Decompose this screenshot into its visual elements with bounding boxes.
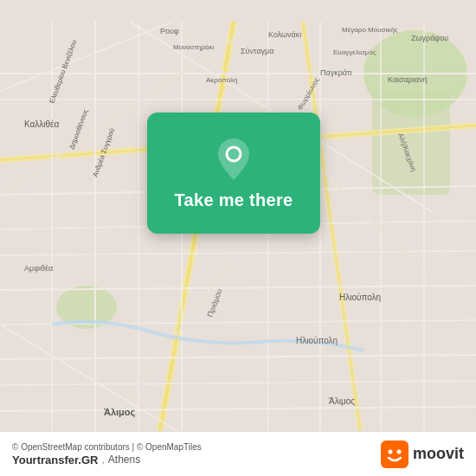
moovit-icon: [381, 441, 408, 468]
brand-name: Yourtransfer.GR: [12, 453, 98, 466]
svg-text:Ηλιούπολη: Ηλιούπολη: [339, 293, 381, 302]
svg-text:Άλιμος: Άλιμος: [104, 407, 136, 418]
brand-city: Athens: [108, 453, 140, 466]
svg-text:Ακρόπολη: Ακρόπολη: [206, 76, 237, 84]
svg-text:Κολωνάκι: Κολωνάκι: [268, 30, 301, 39]
map-container: Κολωνάκι Μέγαρο Μουσικής Ζωγράφου Ευαγγε…: [0, 0, 476, 476]
moovit-brand: moovit: [381, 441, 464, 468]
svg-text:Αμφιθέα: Αμφιθέα: [24, 264, 53, 273]
bottom-left-info: © OpenStreetMap contributors | © OpenMap…: [12, 442, 202, 466]
svg-text:Καισαριανή: Καισαριανή: [388, 75, 428, 84]
svg-text:Ευαγγελισμός: Ευαγγελισμός: [333, 48, 376, 56]
svg-point-61: [396, 449, 401, 453]
svg-text:Ηλιούπολη: Ηλιούπολη: [296, 336, 338, 345]
take-me-there-label: Take me there: [175, 190, 293, 210]
svg-text:Μέγαρο Μουσικής: Μέγαρο Μουσικής: [342, 26, 398, 34]
map-background: Κολωνάκι Μέγαρο Μουσικής Ζωγράφου Ευαγγε…: [0, 0, 476, 476]
svg-text:Ζωγράφου: Ζωγράφου: [411, 34, 448, 42]
svg-rect-59: [381, 441, 408, 468]
svg-text:Ρουφ: Ρουφ: [160, 27, 179, 35]
map-attribution: © OpenStreetMap contributors | © OpenMap…: [12, 442, 202, 452]
bottom-bar: © OpenStreetMap contributors | © OpenMap…: [0, 431, 476, 476]
destination-card[interactable]: Take me there: [147, 113, 320, 234]
svg-text:Άλιμος: Άλιμος: [329, 396, 355, 406]
svg-text:Μοναστηράκι: Μοναστηράκι: [173, 43, 214, 51]
svg-text:Παγκράτι: Παγκράτι: [320, 68, 352, 77]
svg-point-60: [388, 449, 392, 453]
svg-rect-3: [372, 91, 450, 195]
location-pin-icon: [215, 137, 253, 182]
svg-text:Σύνταγμα: Σύνταγμα: [241, 47, 274, 55]
svg-text:Καλλιθέα: Καλλιθέα: [24, 119, 60, 129]
moovit-text: moovit: [413, 445, 464, 463]
brand-separator: ,: [101, 453, 104, 466]
